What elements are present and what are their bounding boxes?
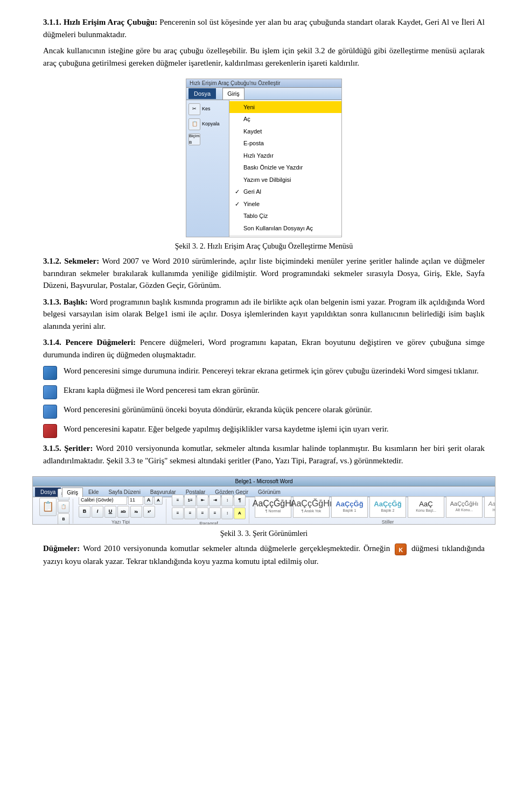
- gorunum-tab2: Görünüm: [254, 488, 285, 497]
- align-justify-btn: ≡: [209, 507, 221, 519]
- bicim-icon: Biçim B: [188, 133, 200, 145]
- yazi-tipi-label: Yazı Tipi: [111, 519, 130, 525]
- font-name-box: Calibri (Gövde): [79, 496, 127, 505]
- tablo-ciz-item: Tablo Çiz: [229, 210, 341, 222]
- bold-k-icon: K: [395, 543, 407, 555]
- restore-text: Word penceresini görünümünü önceki boyut…: [64, 404, 485, 416]
- yeni-item: Yeni: [229, 101, 341, 114]
- right-panel: Yeni Aç Kaydet E-posta Hızlı Yazdır Bask…: [229, 100, 341, 238]
- list-btn: ≡: [172, 495, 184, 506]
- kes-icon: ✂: [188, 103, 200, 115]
- yazim-item: Yazım ve Dilbilgisi: [229, 174, 341, 186]
- ekle-tab2: Ekle: [84, 488, 103, 497]
- hafif-vurg-style: AaÇçĞğHı Hafif Vurg...: [484, 496, 495, 518]
- kopya-btn2: 📋: [58, 501, 69, 513]
- eposta-item: E-posta: [229, 137, 341, 150]
- baslik2-style: AaÇçĞğ Başlık 2: [369, 496, 406, 518]
- window-btn-close: Word penceresini kapatır. Eğer belgede y…: [43, 423, 485, 438]
- left-panel: ✂ Kes 📋 Kopyala Biçim B Pano: [186, 100, 229, 238]
- dugmeler-heading: Düğmeler:: [43, 544, 83, 553]
- yinele-item: ✓Yinele: [229, 198, 341, 210]
- window-btn-maximize: Ekranı kapla düğmesi ile Word penceresi …: [43, 384, 485, 399]
- section-3-1-5: 3.1.5. Şeritler: Word 2010 versiyonunda …: [43, 442, 485, 467]
- font-dec-btn: A: [154, 496, 163, 505]
- yazi-tipi-group: Calibri (Gövde) 11 A A B I U ab x₂ x²: [75, 499, 166, 524]
- paragraf-buttons: ≡ 1≡ ⇤ ⇥ ↕ ¶ ≡ ≡ ≡ ≡ ↕: [172, 495, 246, 519]
- giris-tab2: Giriş: [62, 488, 83, 497]
- indent-inc-btn: ⇥: [209, 495, 221, 506]
- hizli-yazdir-item: Hızlı Yazdır: [229, 150, 341, 162]
- highlight-btn: A: [234, 507, 246, 519]
- dosya-tab: Dosya: [188, 88, 216, 100]
- word-menu-body: ✂ Kes 📋 Kopyala Biçim B Pano Yeni Aç Kay…: [186, 100, 341, 238]
- pano-group: 📋 ✂ 📋 B Pano: [36, 499, 73, 524]
- paragraf-label: Paragraf: [199, 520, 218, 525]
- numlist-btn: 1≡: [184, 495, 196, 506]
- yazi-tipi-buttons: Calibri (Gövde) 11 A A B I U ab x₂ x²: [79, 496, 163, 518]
- figure-3-2-caption: Şekil 3. 2. Hızlı Erişim Araç Çubuğu Öze…: [175, 241, 353, 252]
- line-spacing-btn: ↕: [221, 507, 233, 519]
- close-icon: [43, 424, 57, 438]
- stiller-content: AaÇçĞğHı ¶ Normal AaÇçĞğHı ¶ Aralık Yok …: [255, 496, 495, 518]
- italic-btn2: I: [92, 506, 103, 518]
- word-menu-screenshot: Hızlı Erişim Araç Çubuğu'nu Özelleştir D…: [186, 79, 342, 237]
- kes-item: ✂ Kes: [186, 102, 229, 116]
- giris-tab: Giriş: [222, 88, 244, 100]
- word-ribbon-screenshot: Belge1 - Microsoft Word Dosya Giriş Ekle…: [32, 476, 495, 525]
- son-dosya-item: Son Kullanılan Dosyayı Aç: [229, 222, 341, 235]
- sayfa-tab2: Sayfa Düzeni: [104, 488, 144, 497]
- align-right-btn: ≡: [197, 507, 208, 519]
- indent-dec-btn: ⇤: [197, 495, 208, 506]
- ribbon-content: 📋 ✂ 📋 B Pano Calibri (Gövde) 1: [33, 497, 495, 525]
- bicim-item: Biçim B: [186, 132, 229, 146]
- kopyala-item: 📋 Kopyala: [186, 117, 229, 131]
- section-3-1-1-text2: Ancak kullanıcının isteğine göre bu araç…: [43, 45, 485, 69]
- geri-al-item: ✓Geri Al: [229, 186, 341, 198]
- figure-3-2: Hızlı Erişim Araç Çubuğu'nu Özelleştir D…: [43, 79, 485, 252]
- style-boxes: AaÇçĞğHı ¶ Normal AaÇçĞğHı ¶ Aralık Yok …: [255, 496, 495, 518]
- section-3-1-2: 3.1.2. Sekmeler: Word 2007 ve Word 2010 …: [43, 255, 485, 292]
- word-ribbon-tabs: Dosya Giriş: [186, 88, 341, 100]
- window-btn-minimize: Word penceresini simge durumuna indirir.…: [43, 365, 485, 380]
- close-text: Word penceresini kapatır. Eğer belgede y…: [64, 423, 485, 435]
- figure-3-3-caption: Şekil 3. 3. Şerit Görünümleri: [220, 528, 308, 539]
- diger-komutlar-item: Diğer Komutlar...: [229, 235, 341, 237]
- restore-icon: [43, 405, 57, 419]
- bicim-btn2: B: [58, 513, 69, 525]
- section-3-1-4-intro: 3.1.4. Pencere Düğmeleri: Pencere düğmel…: [43, 336, 485, 361]
- para-mark-btn: ¶: [234, 495, 246, 506]
- bold-btn2: B: [79, 506, 90, 518]
- normal-style: AaÇçĞğHı ¶ Normal: [255, 496, 291, 518]
- stiller-label: Stiller: [382, 519, 394, 525]
- ribbon-titlebar: Belge1 - Microsoft Word: [33, 477, 495, 486]
- sort-btn: ↕: [221, 495, 233, 506]
- sub-btn2: x₂: [130, 506, 142, 518]
- section-3-1-1-heading: 3.1.1. Hızlı Erişim Araç Çubuğu: Pencere…: [43, 16, 485, 40]
- kaydet-item: Kaydet: [229, 125, 341, 138]
- figure-3-3: Belge1 - Microsoft Word Dosya Giriş Ekle…: [43, 476, 485, 539]
- font-size-box: 11: [128, 496, 143, 505]
- stiller-group: AaÇçĞğHı ¶ Normal AaÇçĞğHı ¶ Aralık Yok …: [251, 499, 495, 524]
- word-titlebar: Hızlı Erişim Araç Çubuğu'nu Özelleştir: [186, 79, 341, 88]
- maximize-icon: [43, 385, 57, 399]
- minimize-icon: [43, 366, 57, 380]
- maximize-text: Ekranı kapla düğmesi ile Word penceresi …: [64, 384, 485, 397]
- underline-btn2: U: [104, 506, 116, 518]
- aralik-yok-style: AaÇçĞğHı ¶ Aralık Yok: [293, 496, 330, 518]
- kopyala-icon: 📋: [188, 118, 200, 130]
- sup-btn2: x²: [143, 506, 155, 518]
- konu-baslik-style: AaÇ Konu Başl...: [408, 496, 444, 518]
- font-inc-btn: A: [144, 496, 153, 505]
- window-btn-restore: Word penceresini görünümünü önceki boyut…: [43, 404, 485, 419]
- baslik1-style: AaÇçĞğ Başlık 1: [331, 496, 368, 518]
- paragraf-group: ≡ 1≡ ⇤ ⇥ ↕ ¶ ≡ ≡ ≡ ≡ ↕: [169, 499, 249, 524]
- align-left-btn: ≡: [172, 507, 184, 519]
- section-3-1-3: 3.1.3. Başlık: Word programının başlık k…: [43, 296, 485, 333]
- minimize-text: Word penceresini simge durumuna indirir.…: [64, 365, 485, 377]
- strikethrough-btn2: ab: [117, 506, 129, 518]
- baski-item: Baskı Önizle ve Yazdır: [229, 161, 341, 174]
- align-center-btn: ≡: [184, 507, 196, 519]
- paste-btn: 📋: [39, 498, 57, 516]
- dugmeler-section: Düğmeler: Word 2010 versiyonunda komutla…: [43, 542, 485, 567]
- ac-item: Aç: [229, 113, 341, 125]
